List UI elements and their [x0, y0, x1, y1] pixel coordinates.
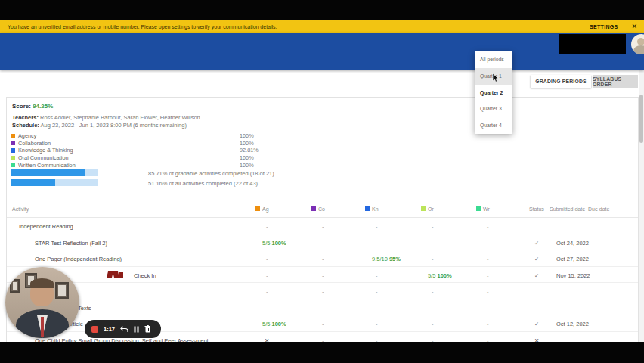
- delete-recording-icon[interactable]: [144, 325, 151, 333]
- skill-color-swatch: [11, 148, 15, 153]
- table-row[interactable]: One Pager (Independent Reading)--9.5/10 …: [7, 250, 638, 267]
- skill-name: Knowledge & Thinking: [18, 147, 73, 154]
- table-row[interactable]: Check In---5/5 100%-✓Nov 15, 2022: [7, 267, 638, 284]
- skill-name: Agency: [18, 132, 36, 139]
- grading-periods-button[interactable]: GRADING PERIODS: [531, 75, 591, 88]
- syllabus-order-button[interactable]: SYLLABUS ORDER: [593, 75, 638, 88]
- grade-cell: 9.5/10 95%: [372, 256, 401, 262]
- col-activity: Activity: [12, 206, 29, 212]
- top-letterbox-bar: [0, 0, 644, 20]
- skill-name: Written Communication: [18, 162, 76, 169]
- teachers-label: Teachers:: [12, 114, 39, 121]
- skill-legend-row: Oral Communication100%: [11, 154, 69, 162]
- grade-cell: 5/5 100%: [428, 272, 452, 279]
- schedule-label: Schedule:: [12, 122, 39, 129]
- restart-recording-icon[interactable]: [120, 326, 128, 333]
- skill-name: Collaboration: [18, 140, 51, 147]
- col-submitted: Submitted date: [550, 206, 585, 212]
- skill-color-swatch: [11, 163, 15, 167]
- progress-bar: [11, 179, 98, 186]
- progress-bar-text: 51.16% of all activities completed (22 o…: [148, 180, 258, 187]
- recording-timer: 1:17: [104, 326, 115, 333]
- col-skill-kn: Kn: [372, 206, 379, 212]
- status-check-icon: ✓: [534, 240, 539, 247]
- activity-name: Independent Reading: [19, 223, 73, 230]
- grade-cell: 5/5 100%: [262, 321, 286, 327]
- app-header: [0, 33, 644, 70]
- screen: You have an unverified email address or …: [0, 0, 644, 363]
- grade-cell: -: [322, 256, 324, 262]
- grade-cell: -: [376, 272, 378, 279]
- grade-cell: -: [266, 288, 268, 295]
- teachers-value: Ross Addler, Stephanie Barbour, Sarah Fl…: [40, 114, 200, 121]
- activity-name: Texts: [78, 305, 91, 312]
- skill-legend-row: Collaboration100%: [11, 140, 51, 147]
- skill-percent: 100%: [240, 140, 254, 147]
- col-skill-swatch: [421, 206, 426, 211]
- col-skill-wr: Wr: [483, 206, 490, 212]
- redacted-user-name: [559, 34, 626, 54]
- skill-percent: 92.81%: [240, 147, 259, 154]
- verification-banner: You have an unverified email address or …: [0, 20, 644, 33]
- grade-cell: -: [322, 288, 324, 295]
- submitted-date: Oct 12, 2022: [556, 321, 589, 327]
- score-value: 94.25%: [33, 103, 53, 110]
- table-row[interactable]: Independent Reading-----: [7, 218, 638, 234]
- grade-cell: -: [376, 305, 378, 312]
- dropdown-item-all-periods[interactable]: All periods: [475, 51, 512, 68]
- banner-message: You have an unverified email address or …: [8, 24, 590, 29]
- grade-cell: -: [322, 321, 324, 327]
- grade-cell: -: [432, 240, 434, 247]
- table-header: Activity AgCoKnOrWr Status Submitted dat…: [7, 201, 638, 218]
- col-skill-or: Or: [428, 206, 434, 212]
- grade-cell: -: [487, 256, 489, 262]
- skill-percent: 100%: [240, 132, 254, 139]
- score-line: Score: 94.25%: [12, 103, 53, 110]
- score-label: Score:: [12, 103, 31, 110]
- schedule-line: Schedule: Aug 23, 2022 - Jun 1, 2023 8:0…: [12, 122, 187, 129]
- table-row[interactable]: -----: [7, 283, 638, 299]
- col-skill-ag: Ag: [262, 206, 269, 212]
- activity-name: One Pager (Independent Reading): [35, 256, 122, 262]
- status-check-icon: ✓: [534, 321, 539, 327]
- webcam-overlay[interactable]: [5, 267, 79, 338]
- pause-recording-icon[interactable]: [134, 326, 139, 333]
- skill-color-swatch: [11, 141, 15, 145]
- grade-cell: -: [322, 240, 324, 247]
- submitted-date: Oct 24, 2022: [556, 240, 589, 247]
- progress-bar: [11, 169, 98, 176]
- grade-cell: -: [432, 305, 434, 312]
- dropdown-item-quarter-2[interactable]: Quarter 2: [475, 85, 512, 101]
- col-skill-swatch: [365, 206, 370, 211]
- skill-color-swatch: [11, 156, 15, 160]
- recording-toolbar: 1:17: [85, 320, 161, 338]
- grade-cell: -: [266, 272, 268, 279]
- schedule-value: Aug 23, 2022 - Jun 1, 2023 8:00 PM (6 mo…: [41, 122, 187, 129]
- grade-cell: -: [487, 223, 489, 230]
- col-status: Status: [529, 206, 544, 212]
- stop-recording-button[interactable]: [91, 326, 98, 333]
- activity-thumbnail: [106, 269, 125, 280]
- submitted-date: Nov 15, 2022: [556, 272, 590, 279]
- dropdown-item-quarter-4[interactable]: Quarter 4: [475, 117, 512, 134]
- grade-cell: -: [376, 240, 378, 247]
- grade-cell: -: [487, 240, 489, 247]
- bottom-letterbox-bar: [0, 342, 644, 363]
- dropdown-item-quarter-3[interactable]: Quarter 3: [475, 101, 512, 117]
- col-skill-co: Co: [318, 206, 325, 212]
- grade-cell: -: [432, 223, 434, 230]
- banner-settings-link[interactable]: SETTINGS: [590, 24, 618, 29]
- grade-cell: -: [487, 288, 489, 295]
- skill-color-swatch: [11, 134, 15, 138]
- period-dropdown-menu: All periodsQuarter 1Quarter 2Quarter 3Qu…: [475, 51, 512, 134]
- grade-cell: -: [322, 305, 324, 312]
- status-check-icon: ✓: [534, 272, 539, 279]
- scrollbar-thumb[interactable]: [639, 95, 643, 143]
- table-row[interactable]: Texts-----: [7, 299, 638, 316]
- banner-close-icon[interactable]: ✕: [631, 23, 637, 30]
- mouse-cursor: [492, 72, 499, 85]
- skill-name: Oral Communication: [18, 154, 69, 161]
- table-row[interactable]: STAR Test Reflection (Fall 2)5/5 100%---…: [7, 234, 638, 251]
- grade-cell: -: [376, 223, 378, 230]
- activity-name: STAR Test Reflection (Fall 2): [35, 240, 107, 247]
